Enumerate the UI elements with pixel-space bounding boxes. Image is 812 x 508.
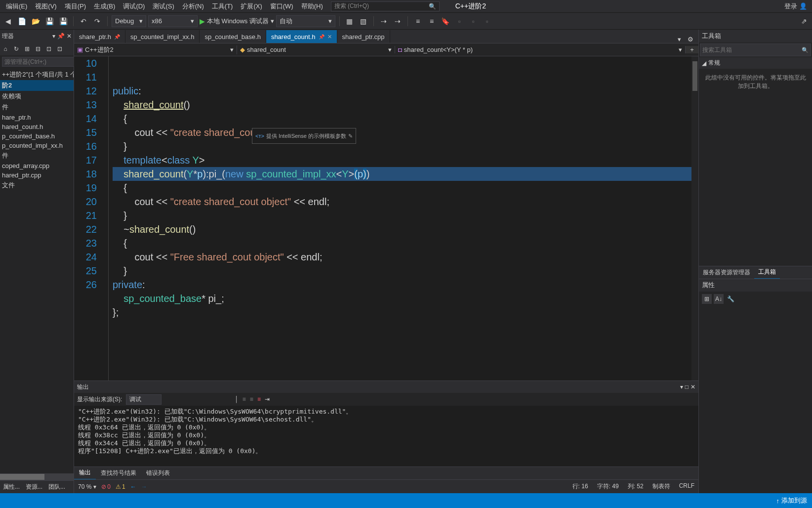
pin-icon[interactable]: 📌 bbox=[114, 34, 120, 40]
dropdown-icon[interactable]: ▾ bbox=[52, 33, 55, 40]
tree-item[interactable]: hared_count.h bbox=[0, 122, 74, 131]
tab-dropdown[interactable]: ▾ bbox=[678, 36, 687, 43]
editor-tab[interactable]: sp_counted_impl_xx.h bbox=[125, 30, 200, 43]
add-to-source-button[interactable]: ↑ 添加到源 bbox=[776, 496, 808, 505]
run-debugger-button[interactable]: ▶ 本地 Windows 调试器 ▾ bbox=[200, 17, 274, 26]
insert-mode[interactable]: 制表符 bbox=[652, 482, 670, 491]
toolbar-icon-7[interactable]: ▫ bbox=[481, 15, 493, 27]
code-line[interactable]: shared_count() bbox=[113, 98, 698, 112]
dropdown-icon[interactable]: ▾ bbox=[680, 383, 683, 390]
code-line[interactable]: }; bbox=[113, 305, 698, 319]
close-icon[interactable]: ✕ bbox=[67, 33, 72, 40]
toolbar-icon-4[interactable]: ⇢ bbox=[392, 15, 404, 27]
toolbox-section[interactable]: ◢ 常规 bbox=[699, 57, 812, 69]
output-tool-2[interactable]: ≡ bbox=[250, 396, 253, 403]
menu-item[interactable]: 帮助(H) bbox=[297, 1, 327, 12]
intellisense-hint[interactable]: <т> 提供 IntelliSense 的示例模板参数 ✎ bbox=[252, 128, 356, 144]
explorer-search[interactable]: 🔍 bbox=[0, 55, 74, 68]
login-button[interactable]: 登录 👤 bbox=[784, 2, 810, 11]
menu-item[interactable]: 项目(P) bbox=[61, 1, 90, 12]
back-button[interactable]: ◀ bbox=[2, 15, 14, 27]
menu-item[interactable]: 生成(B) bbox=[90, 1, 119, 12]
config-dropdown[interactable]: Debug ▾ bbox=[112, 15, 146, 27]
tree-item[interactable]: coped_array.cpp bbox=[0, 161, 74, 170]
toolbox-search[interactable]: 🔍 bbox=[700, 43, 811, 56]
code-line[interactable]: } bbox=[113, 139, 698, 153]
props-pages-icon[interactable]: 🔧 bbox=[726, 294, 735, 304]
menu-item[interactable]: 分析(N) bbox=[178, 1, 208, 12]
close-icon[interactable]: ✕ bbox=[690, 383, 695, 390]
output-text[interactable]: "C++进阶2.exe"(Win32): 已加载"C:\Windows\SysW… bbox=[74, 406, 698, 466]
line-ending[interactable]: CRLF bbox=[679, 482, 694, 491]
explorer-search-input[interactable] bbox=[2, 57, 81, 67]
code-line[interactable]: cout << "create shared_cout object" << e… bbox=[113, 195, 698, 209]
code-line[interactable]: public: bbox=[113, 84, 698, 98]
output-source-dropdown[interactable]: 调试 bbox=[126, 394, 162, 405]
editor-tab[interactable]: sp_counted_base.h bbox=[200, 30, 266, 43]
tree-item[interactable]: hare_ptr.h bbox=[0, 113, 74, 122]
close-icon[interactable]: ✕ bbox=[327, 34, 332, 40]
tool-icon-5[interactable]: ⊡ bbox=[44, 44, 53, 53]
tree-item[interactable]: p_counted_base.h bbox=[0, 131, 74, 141]
code-line[interactable]: cout << "create shared_cout object" << e… bbox=[113, 126, 698, 139]
toolbox-search-input[interactable] bbox=[702, 46, 802, 53]
output-tool-4[interactable]: ⇥ bbox=[265, 396, 270, 403]
editor-scrollbar[interactable] bbox=[691, 56, 698, 381]
solution-node[interactable]: ++进阶2"(1 个项目/共 1 个 bbox=[0, 69, 74, 80]
right-tab[interactable]: 工具箱 bbox=[754, 266, 780, 279]
new-file-button[interactable]: 📄 bbox=[16, 15, 28, 27]
output-tab[interactable]: 查找符号结果 bbox=[96, 467, 141, 479]
save-all-button[interactable]: 💾 bbox=[57, 15, 69, 27]
maximize-icon[interactable]: □ bbox=[685, 383, 689, 390]
nav-class[interactable]: ◆ shared_count ▾ bbox=[237, 46, 395, 53]
code-line[interactable]: ~shared_count() bbox=[113, 222, 698, 236]
menu-item[interactable]: 视图(V) bbox=[31, 1, 60, 12]
nav-forward[interactable]: → bbox=[141, 483, 147, 490]
tab-settings-icon[interactable]: ⚙ bbox=[688, 36, 696, 43]
editor-tab[interactable]: shared_ptr.cpp bbox=[337, 30, 390, 43]
output-tab[interactable]: 错误列表 bbox=[141, 467, 175, 479]
solution-tree[interactable]: ++进阶2"(1 个项目/共 1 个 阶2 依赖项件hare_ptr.hhare… bbox=[0, 68, 74, 473]
menu-item[interactable]: 测试(S) bbox=[149, 1, 178, 12]
code-line[interactable]: { bbox=[113, 112, 698, 126]
redo-button[interactable]: ↷ bbox=[91, 15, 103, 27]
left-bottom-tab[interactable]: 团队... bbox=[45, 481, 68, 493]
global-search[interactable]: 搜索 (Ctrl+Q) 🔍 bbox=[331, 1, 440, 11]
code-line[interactable]: } bbox=[113, 264, 698, 278]
tool-icon-2[interactable]: ↻ bbox=[12, 44, 21, 53]
code-line[interactable]: shared_count(Y*p):pi_(new sp_counted_imp… bbox=[113, 167, 698, 181]
nav-scope[interactable]: ▣ C++进阶2 ▾ bbox=[74, 45, 237, 54]
save-button[interactable]: 💾 bbox=[43, 15, 55, 27]
code-line[interactable]: { bbox=[113, 181, 698, 195]
output-tool-1[interactable]: ≡ bbox=[243, 396, 246, 403]
zoom-level[interactable]: 70 % ▾ bbox=[78, 483, 96, 490]
code-line[interactable]: { bbox=[113, 236, 698, 250]
scrollbar-horizontal[interactable] bbox=[0, 473, 74, 480]
left-bottom-tab[interactable]: 属性... bbox=[0, 481, 23, 493]
menu-item[interactable]: 工具(T) bbox=[208, 1, 237, 12]
code-line[interactable]: } bbox=[113, 209, 698, 222]
warning-count[interactable]: ⚠1 bbox=[116, 483, 125, 490]
tree-item[interactable]: 依赖项 bbox=[0, 91, 74, 102]
code-editor[interactable]: 1011121314151617181920212223242526 publi… bbox=[74, 56, 698, 381]
toolbar-icon-indent[interactable]: ≡ bbox=[412, 15, 424, 27]
props-alpha-icon[interactable]: A↓ bbox=[714, 294, 724, 304]
right-tab[interactable]: 服务器资源管理器 bbox=[699, 266, 754, 279]
menu-item[interactable]: 调试(D) bbox=[119, 1, 149, 12]
tree-item[interactable]: 文件 bbox=[0, 180, 74, 191]
nav-back[interactable]: ← bbox=[130, 483, 136, 490]
open-button[interactable]: 📂 bbox=[30, 15, 41, 27]
code-line[interactable]: sp_counted_base* pi_; bbox=[113, 292, 698, 305]
platform-dropdown[interactable]: x86 ▾ bbox=[148, 15, 198, 27]
add-nav-icon[interactable]: + bbox=[686, 46, 698, 53]
pin-icon[interactable]: 📌 bbox=[57, 33, 65, 40]
undo-button[interactable]: ↶ bbox=[78, 15, 89, 27]
edit-icon[interactable]: ✎ bbox=[348, 129, 353, 143]
project-node[interactable]: 阶2 bbox=[0, 80, 74, 91]
tree-item[interactable]: 件 bbox=[0, 102, 74, 113]
toolbar-icon-3[interactable]: ⇢ bbox=[378, 15, 390, 27]
tree-item[interactable]: 件 bbox=[0, 150, 74, 161]
editor-tab[interactable]: share_ptr.h📌 bbox=[74, 30, 125, 43]
tree-item[interactable]: p_counted_impl_xx.h bbox=[0, 141, 74, 150]
tool-icon-3[interactable]: ⊞ bbox=[23, 44, 32, 53]
